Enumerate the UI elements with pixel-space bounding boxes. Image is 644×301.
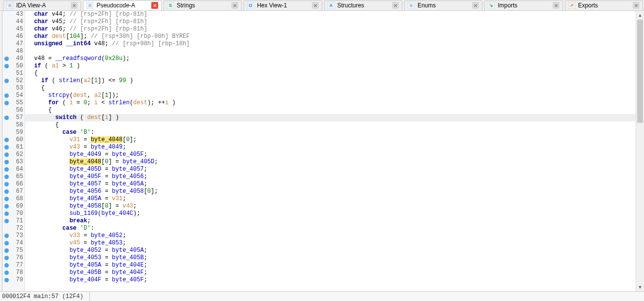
code-line[interactable]: byte_405A = v31; — [27, 195, 636, 203]
gutter-line[interactable]: 53 — [2, 85, 23, 92]
breakpoint-dot-icon[interactable] — [4, 219, 9, 223]
close-icon[interactable]: ✕ — [151, 2, 158, 9]
code-line[interactable]: break; — [27, 217, 636, 225]
gutter-line[interactable]: 49 — [2, 55, 23, 62]
gutter-line[interactable]: 60 — [2, 136, 23, 144]
gutter-line[interactable]: 44 — [2, 18, 23, 26]
code-line[interactable]: byte_4058[0] = v43; — [27, 203, 636, 210]
gutter-line[interactable]: 65 — [2, 173, 23, 181]
code-line[interactable]: switch ( dest[i] ) — [25, 114, 636, 121]
code-line[interactable]: v43 = byte_4049; — [27, 144, 636, 151]
gutter-line[interactable]: 67 — [2, 188, 23, 195]
gutter-line[interactable]: 68 — [2, 195, 23, 203]
close-icon[interactable]: ✕ — [553, 2, 560, 9]
tab-hex-view-1[interactable]: O Hex View-1✕ — [244, 0, 322, 10]
close-icon[interactable]: ✕ — [231, 2, 238, 9]
gutter-line[interactable]: 71 — [2, 217, 23, 225]
code-line[interactable]: { — [27, 85, 636, 92]
gutter-line[interactable]: 54 — [2, 92, 23, 99]
code-line[interactable]: v33 = byte_4052; — [27, 232, 636, 240]
code-line[interactable]: unsigned __int64 v48; // [rsp+98h] [rbp-… — [27, 40, 636, 48]
close-icon[interactable]: ✕ — [312, 2, 319, 9]
breakpoint-dot-icon[interactable] — [4, 138, 9, 142]
breakpoint-dot-icon[interactable] — [4, 93, 9, 98]
breakpoint-dot-icon[interactable] — [4, 79, 9, 83]
breakpoint-dot-icon[interactable] — [4, 271, 9, 275]
breakpoint-dot-icon[interactable] — [4, 263, 9, 268]
gutter-line[interactable]: 51 — [2, 70, 23, 77]
scroll-thumb[interactable] — [637, 20, 643, 123]
code-line[interactable]: byte_405A = byte_404E; — [27, 262, 636, 269]
gutter-line[interactable]: 73 — [2, 232, 23, 240]
gutter-line[interactable]: 46 — [2, 33, 23, 40]
scroll-up-arrow[interactable]: ▲ — [636, 11, 644, 19]
gutter-line[interactable]: 78 — [2, 269, 23, 276]
code-line[interactable]: byte_4048[0] = byte_405D; — [27, 158, 636, 166]
gutter-line[interactable]: 52 — [2, 77, 23, 85]
tab-structures[interactable]: A Structures✕ — [324, 0, 402, 10]
vertical-scrollbar[interactable]: ▲ ▼ — [636, 11, 644, 291]
code-line[interactable]: if ( strlen(a2[1]) <= 99 ) — [27, 77, 636, 85]
gutter-line[interactable]: 59 — [2, 129, 23, 136]
code-line[interactable]: byte_4049 = byte_405F; — [27, 151, 636, 158]
code-line[interactable]: byte_4052 = byte_405A; — [27, 247, 636, 254]
breakpoint-dot-icon[interactable] — [4, 152, 9, 157]
code-line[interactable]: { — [27, 107, 636, 114]
gutter-line[interactable]: 75 — [2, 247, 23, 254]
code-line[interactable]: case 'D': — [27, 225, 636, 232]
gutter-line[interactable]: 62 — [2, 151, 23, 158]
gutter-line[interactable]: 72 — [2, 225, 23, 232]
code-line[interactable]: case 'B': — [27, 129, 636, 136]
code-line[interactable]: { — [27, 70, 636, 77]
breakpoint-dot-icon[interactable] — [4, 175, 9, 179]
breakpoint-dot-icon[interactable] — [4, 248, 9, 253]
breakpoint-dot-icon[interactable] — [4, 211, 9, 216]
code-line[interactable]: { — [27, 121, 636, 129]
code-line[interactable]: strcpy(dest, a2[1]); — [27, 92, 636, 99]
breakpoint-dot-icon[interactable] — [4, 204, 9, 209]
code-line[interactable]: v45 = byte_4053; — [27, 240, 636, 247]
code-line[interactable]: char v44; // [rsp+2Fh] [rbp-81h] — [27, 11, 636, 18]
dock-edge-left[interactable] — [0, 11, 2, 291]
tab-enums[interactable]: ≡ Enums✕ — [404, 0, 482, 10]
breakpoint-dot-icon[interactable] — [4, 241, 9, 245]
gutter-line[interactable]: 43 — [2, 11, 23, 18]
gutter-line[interactable]: 74 — [2, 240, 23, 247]
close-icon[interactable]: ✕ — [633, 2, 640, 9]
breakpoint-dot-icon[interactable] — [4, 145, 9, 150]
gutter-line[interactable]: 48 — [2, 48, 23, 55]
gutter-line[interactable]: 69 — [2, 203, 23, 210]
gutter-line[interactable]: 47 — [2, 40, 23, 48]
gutter-line[interactable]: 63 — [2, 158, 23, 166]
close-icon[interactable]: ✕ — [392, 2, 399, 9]
tab-pseudocode-a[interactable]: ≡ Pseudocode-A✕ — [83, 0, 161, 10]
gutter-line[interactable]: 76 — [2, 254, 23, 262]
scroll-down-arrow[interactable]: ▼ — [636, 283, 644, 291]
code-line[interactable]: for ( i = 0; i < strlen(dest); ++i ) — [27, 99, 636, 107]
gutter-line[interactable]: 55 — [2, 99, 23, 107]
gutter-line[interactable]: 79 — [2, 276, 23, 284]
gutter-line[interactable]: 56 — [2, 107, 23, 114]
code-line[interactable]: char dest[104]; // [rsp+30h] [rbp-80h] B… — [27, 33, 636, 40]
code-line[interactable]: v31 = byte_4048[0]; — [27, 136, 636, 144]
gutter-line[interactable]: 57 — [2, 114, 23, 121]
code-line[interactable]: byte_4056 = byte_4058[0]; — [27, 188, 636, 195]
close-icon[interactable]: ✕ — [71, 2, 78, 9]
gutter-line[interactable]: 58 — [2, 121, 23, 129]
breakpoint-dot-icon[interactable] — [4, 167, 9, 172]
gutter-line[interactable]: 50 — [2, 62, 23, 70]
breakpoint-dot-icon[interactable] — [4, 160, 9, 164]
code-line[interactable]: byte_405D = byte_4057; — [27, 166, 636, 173]
code-line[interactable]: sub_1169(byte_404C); — [27, 210, 636, 217]
breakpoint-dot-icon[interactable] — [4, 57, 9, 61]
breakpoint-dot-icon[interactable] — [4, 64, 9, 68]
breakpoint-dot-icon[interactable] — [4, 256, 9, 260]
code-line[interactable]: byte_4053 = byte_405B; — [27, 254, 636, 262]
code-line[interactable]: char v45; // [rsp+2Fh] [rbp-81h] — [27, 18, 636, 26]
code-line[interactable]: byte_405B = byte_404F; — [27, 269, 636, 276]
code-line[interactable]: byte_405F = byte_4056; — [27, 173, 636, 181]
code-line[interactable]: char v46; // [rsp+2Fh] [rbp-81h] — [27, 26, 636, 33]
gutter-line[interactable]: 77 — [2, 262, 23, 269]
tab-strings[interactable]: S Strings✕ — [164, 0, 242, 10]
breakpoint-dot-icon[interactable] — [4, 234, 9, 238]
